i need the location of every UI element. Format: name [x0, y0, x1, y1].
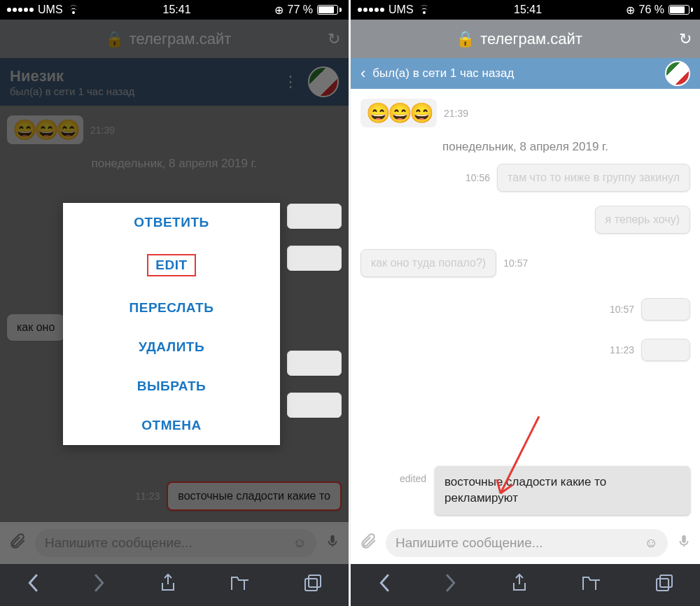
battery-icon — [668, 5, 693, 15]
carrier-label: UMS — [388, 3, 414, 16]
battery-label: 77 % — [288, 3, 313, 16]
msg-time: 10:57 — [610, 304, 634, 315]
date-separator: понедельник, 8 апреля 2019 г. — [360, 140, 690, 154]
emoji-message: 😄😄😄 — [7, 115, 83, 144]
reload-icon[interactable]: ↻ — [679, 30, 692, 48]
menu-delete[interactable]: УДАЛИТЬ — [63, 327, 280, 367]
wifi-icon — [418, 5, 430, 15]
avatar[interactable] — [308, 66, 339, 97]
menu-forward[interactable]: ПЕРЕСЛАТЬ — [63, 288, 280, 327]
incoming-message[interactable]: я теперь хочу) — [595, 206, 690, 234]
chat-name: Ниезик — [10, 67, 273, 85]
incoming-message[interactable] — [641, 339, 690, 361]
menu-cancel[interactable]: ОТМЕНА — [63, 406, 280, 445]
mic-icon[interactable] — [325, 532, 340, 555]
blurred-message — [287, 351, 342, 376]
input-placeholder: Напишите сообщение... — [396, 535, 543, 551]
browser-toolbar — [351, 564, 700, 606]
attach-icon[interactable] — [359, 532, 377, 555]
chat-header[interactable]: ‹ был(а) в сети 1 час назад — [351, 58, 700, 89]
browser-url-bar[interactable]: 🔒 телеграм.сайт ↻ — [351, 20, 700, 58]
url-text: телеграм.сайт — [130, 30, 232, 48]
menu-dots-icon[interactable]: ⋮ — [273, 73, 308, 91]
emoji-message: 😄😄😄 — [360, 99, 437, 127]
message-input-bar: Напишите сообщение... ☺ — [0, 522, 349, 564]
back-icon[interactable] — [17, 569, 49, 602]
mic-icon[interactable] — [676, 532, 692, 555]
svg-rect-1 — [309, 575, 321, 587]
message-input[interactable]: Напишите сообщение... ☺ — [386, 529, 668, 557]
back-icon[interactable] — [368, 569, 400, 602]
clock-label: 15:41 — [514, 3, 542, 16]
carrier-label: UMS — [38, 3, 63, 16]
annotation-arrow-icon — [490, 413, 553, 504]
svg-rect-0 — [305, 579, 317, 591]
left-screenshot: UMS 15:41 ⊕ 77 % 🔒 телеграм.сайт ↻ — [0, 0, 350, 606]
selected-message[interactable]: восточные сладости какие то — [167, 481, 342, 511]
signal-icon — [7, 8, 34, 12]
forward-icon[interactable] — [435, 569, 467, 602]
edited-message[interactable]: восточные сладости какие то рекламируют — [435, 466, 690, 515]
msg-time: 21:39 — [90, 125, 115, 136]
forward-icon[interactable] — [83, 569, 115, 602]
right-screenshot: UMS 15:41 ⊕ 76 % 🔒 телеграм.сайт ↻ — [350, 0, 700, 606]
own-message[interactable]: как оно — [7, 314, 64, 341]
incoming-message[interactable] — [641, 298, 690, 320]
reload-icon[interactable]: ↻ — [328, 30, 340, 48]
browser-url-bar[interactable]: 🔒 телеграм.сайт ↻ — [0, 20, 349, 58]
bookmarks-icon[interactable] — [572, 570, 611, 600]
menu-reply[interactable]: ОТВЕТИТЬ — [63, 203, 280, 242]
menu-edit-label: EDIT — [147, 254, 195, 276]
chat-status: был(а) в сети 1 час назад — [372, 66, 658, 80]
avatar[interactable] — [665, 61, 690, 86]
orientation-lock-icon: ⊕ — [626, 3, 635, 17]
msg-time: 10:57 — [503, 258, 528, 269]
wifi-icon — [67, 5, 80, 15]
blurred-message — [287, 393, 342, 418]
browser-toolbar — [0, 564, 349, 606]
lock-icon: 🔒 — [456, 30, 475, 48]
status-bar: UMS 15:41 ⊕ 76 % — [351, 0, 700, 20]
url-text: телеграм.сайт — [480, 30, 582, 48]
blurred-message — [287, 246, 342, 271]
lock-icon: 🔒 — [105, 30, 124, 48]
msg-time: 21:39 — [444, 108, 468, 119]
input-placeholder: Напишите сообщение... — [45, 535, 192, 551]
emoji-picker-icon[interactable]: ☺ — [293, 535, 307, 551]
menu-edit[interactable]: EDIT — [63, 242, 280, 288]
tabs-icon[interactable] — [294, 570, 332, 601]
msg-time: 11:23 — [610, 344, 634, 355]
chat-header[interactable]: Ниезик был(а) в сети 1 час назад ⋮ — [0, 58, 349, 106]
orientation-lock-icon: ⊕ — [274, 3, 284, 17]
edited-label: edited — [400, 473, 426, 484]
msg-time: 11:23 — [135, 491, 160, 502]
battery-icon — [317, 5, 342, 15]
share-icon[interactable] — [501, 569, 538, 602]
chat-status: был(а) в сети 1 час назад — [10, 85, 273, 97]
emoji-picker-icon[interactable]: ☺ — [645, 535, 658, 551]
date-separator: понедельник, 8 апреля 2019 г. — [7, 157, 342, 171]
svg-rect-2 — [657, 579, 668, 591]
own-message[interactable]: как оно туда попало?) — [360, 249, 496, 277]
bookmarks-icon[interactable] — [220, 570, 260, 600]
context-menu: ОТВЕТИТЬ EDIT ПЕРЕСЛАТЬ УДАЛИТЬ ВЫБРАТЬ … — [63, 203, 280, 445]
share-icon[interactable] — [150, 569, 186, 602]
blurred-message — [287, 204, 342, 229]
msg-time: 10:56 — [465, 172, 490, 183]
incoming-message[interactable]: там что то ниже в группу закинул — [497, 164, 690, 192]
menu-select[interactable]: ВЫБРАТЬ — [63, 367, 280, 406]
svg-rect-3 — [660, 575, 672, 587]
message-input[interactable]: Напишите сообщение... ☺ — [35, 529, 316, 557]
clock-label: 15:41 — [163, 3, 191, 16]
signal-icon — [358, 8, 384, 12]
back-arrow-icon[interactable]: ‹ — [360, 64, 365, 83]
message-input-bar: Напишите сообщение... ☺ — [351, 522, 700, 564]
tabs-icon[interactable] — [645, 570, 683, 601]
battery-label: 76 % — [639, 3, 664, 16]
attach-icon[interactable] — [8, 532, 27, 555]
status-bar: UMS 15:41 ⊕ 77 % — [0, 0, 349, 20]
